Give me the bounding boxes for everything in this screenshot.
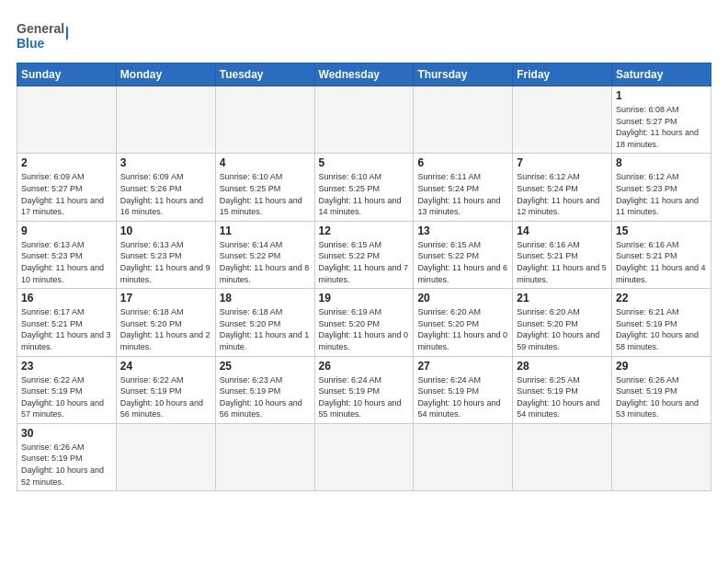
day-number: 4	[220, 156, 311, 169]
calendar-day-cell: 10Sunrise: 6:13 AM Sunset: 5:23 PM Dayli…	[116, 221, 215, 288]
calendar-table: SundayMondayTuesdayWednesdayThursdayFrid…	[17, 63, 711, 491]
calendar-day-cell: 3Sunrise: 6:09 AM Sunset: 5:26 PM Daylig…	[116, 154, 215, 221]
calendar-day-cell	[116, 86, 215, 154]
calendar-day-cell: 21Sunrise: 6:20 AM Sunset: 5:20 PM Dayli…	[513, 289, 612, 356]
day-number: 28	[517, 360, 608, 373]
day-number: 9	[21, 224, 112, 237]
calendar-day-cell: 5Sunrise: 6:10 AM Sunset: 5:25 PM Daylig…	[314, 154, 414, 221]
calendar-day-cell: 15Sunrise: 6:16 AM Sunset: 5:21 PM Dayli…	[612, 221, 711, 288]
day-info: Sunrise: 6:13 AM Sunset: 5:23 PM Dayligh…	[120, 239, 211, 285]
day-info: Sunrise: 6:25 AM Sunset: 5:19 PM Dayligh…	[517, 374, 608, 420]
day-info: Sunrise: 6:24 AM Sunset: 5:19 PM Dayligh…	[319, 374, 410, 420]
day-number: 15	[616, 224, 707, 237]
day-number: 27	[417, 360, 508, 373]
day-info: Sunrise: 6:18 AM Sunset: 5:20 PM Dayligh…	[220, 306, 311, 352]
day-info: Sunrise: 6:14 AM Sunset: 5:22 PM Dayligh…	[220, 239, 311, 285]
day-info: Sunrise: 6:12 AM Sunset: 5:24 PM Dayligh…	[517, 171, 608, 217]
weekday-header-row: SundayMondayTuesdayWednesdayThursdayFrid…	[17, 63, 711, 86]
day-info: Sunrise: 6:20 AM Sunset: 5:20 PM Dayligh…	[517, 306, 608, 352]
day-number: 24	[120, 360, 211, 373]
day-number: 18	[220, 292, 311, 304]
calendar-day-cell: 23Sunrise: 6:22 AM Sunset: 5:19 PM Dayli…	[17, 356, 117, 423]
day-info: Sunrise: 6:22 AM Sunset: 5:19 PM Dayligh…	[120, 374, 211, 420]
weekday-header-wednesday: Wednesday	[314, 63, 414, 86]
calendar-day-cell: 28Sunrise: 6:25 AM Sunset: 5:19 PM Dayli…	[513, 356, 612, 423]
day-number: 21	[517, 292, 608, 304]
day-info: Sunrise: 6:09 AM Sunset: 5:26 PM Dayligh…	[120, 171, 211, 217]
day-number: 25	[220, 360, 311, 373]
day-number: 6	[417, 156, 508, 169]
day-info: Sunrise: 6:21 AM Sunset: 5:19 PM Dayligh…	[616, 306, 707, 352]
calendar-day-cell: 13Sunrise: 6:15 AM Sunset: 5:22 PM Dayli…	[414, 221, 513, 288]
weekday-header-monday: Monday	[116, 63, 215, 86]
day-info: Sunrise: 6:18 AM Sunset: 5:20 PM Dayligh…	[120, 306, 211, 352]
calendar-day-cell: 19Sunrise: 6:19 AM Sunset: 5:20 PM Dayli…	[314, 289, 414, 356]
day-number: 7	[517, 156, 608, 169]
day-info: Sunrise: 6:16 AM Sunset: 5:21 PM Dayligh…	[616, 239, 707, 285]
day-number: 22	[616, 292, 707, 304]
weekday-header-saturday: Saturday	[612, 63, 711, 86]
calendar-day-cell: 4Sunrise: 6:10 AM Sunset: 5:25 PM Daylig…	[215, 154, 314, 221]
calendar-day-cell: 8Sunrise: 6:12 AM Sunset: 5:23 PM Daylig…	[612, 154, 711, 221]
day-number: 29	[616, 360, 707, 373]
svg-text:General: General	[17, 21, 64, 36]
day-number: 30	[21, 427, 112, 440]
calendar-day-cell	[314, 86, 414, 154]
calendar-day-cell: 18Sunrise: 6:18 AM Sunset: 5:20 PM Dayli…	[215, 289, 314, 356]
day-info: Sunrise: 6:13 AM Sunset: 5:23 PM Dayligh…	[21, 239, 112, 285]
day-info: Sunrise: 6:24 AM Sunset: 5:19 PM Dayligh…	[417, 374, 508, 420]
calendar-day-cell: 9Sunrise: 6:13 AM Sunset: 5:23 PM Daylig…	[17, 221, 117, 288]
day-number: 23	[21, 360, 112, 373]
calendar-day-cell	[116, 423, 215, 490]
calendar-day-cell: 22Sunrise: 6:21 AM Sunset: 5:19 PM Dayli…	[612, 289, 711, 356]
calendar-day-cell: 25Sunrise: 6:23 AM Sunset: 5:19 PM Dayli…	[215, 356, 314, 423]
day-number: 17	[120, 292, 211, 304]
day-info: Sunrise: 6:15 AM Sunset: 5:22 PM Dayligh…	[319, 239, 410, 285]
day-info: Sunrise: 6:26 AM Sunset: 5:19 PM Dayligh…	[21, 442, 112, 488]
calendar-day-cell	[513, 423, 612, 490]
calendar-day-cell: 27Sunrise: 6:24 AM Sunset: 5:19 PM Dayli…	[414, 356, 513, 423]
weekday-header-sunday: Sunday	[17, 63, 117, 86]
calendar-day-cell: 30Sunrise: 6:26 AM Sunset: 5:19 PM Dayli…	[17, 423, 117, 490]
day-info: Sunrise: 6:22 AM Sunset: 5:19 PM Dayligh…	[21, 374, 112, 420]
calendar-day-cell	[612, 423, 711, 490]
day-info: Sunrise: 6:11 AM Sunset: 5:24 PM Dayligh…	[417, 171, 508, 217]
day-number: 2	[21, 156, 112, 169]
calendar-day-cell: 11Sunrise: 6:14 AM Sunset: 5:22 PM Dayli…	[215, 221, 314, 288]
calendar-week-row: 30Sunrise: 6:26 AM Sunset: 5:19 PM Dayli…	[17, 423, 711, 490]
calendar-week-row: 9Sunrise: 6:13 AM Sunset: 5:23 PM Daylig…	[17, 221, 711, 288]
day-number: 5	[319, 156, 410, 169]
day-number: 19	[319, 292, 410, 304]
calendar-week-row: 23Sunrise: 6:22 AM Sunset: 5:19 PM Dayli…	[17, 356, 711, 423]
calendar-day-cell	[17, 86, 117, 154]
weekday-header-friday: Friday	[513, 63, 612, 86]
calendar-day-cell: 24Sunrise: 6:22 AM Sunset: 5:19 PM Dayli…	[116, 356, 215, 423]
header: General Blue	[17, 15, 711, 55]
day-info: Sunrise: 6:15 AM Sunset: 5:22 PM Dayligh…	[417, 239, 508, 285]
day-number: 26	[319, 360, 410, 373]
day-info: Sunrise: 6:08 AM Sunset: 5:27 PM Dayligh…	[616, 104, 707, 150]
calendar-week-row: 1Sunrise: 6:08 AM Sunset: 5:27 PM Daylig…	[17, 86, 711, 154]
calendar-day-cell	[513, 86, 612, 154]
calendar-day-cell: 17Sunrise: 6:18 AM Sunset: 5:20 PM Dayli…	[116, 289, 215, 356]
day-number: 1	[616, 89, 707, 102]
day-info: Sunrise: 6:26 AM Sunset: 5:19 PM Dayligh…	[616, 374, 707, 420]
calendar-day-cell: 26Sunrise: 6:24 AM Sunset: 5:19 PM Dayli…	[314, 356, 414, 423]
day-info: Sunrise: 6:19 AM Sunset: 5:20 PM Dayligh…	[319, 306, 410, 352]
generalblue-logo-icon: General Blue	[17, 18, 68, 55]
day-info: Sunrise: 6:17 AM Sunset: 5:21 PM Dayligh…	[21, 306, 112, 352]
calendar-day-cell: 7Sunrise: 6:12 AM Sunset: 5:24 PM Daylig…	[513, 154, 612, 221]
calendar-day-cell	[215, 86, 314, 154]
day-info: Sunrise: 6:20 AM Sunset: 5:20 PM Dayligh…	[417, 306, 508, 352]
day-info: Sunrise: 6:23 AM Sunset: 5:19 PM Dayligh…	[220, 374, 311, 420]
calendar-week-row: 2Sunrise: 6:09 AM Sunset: 5:27 PM Daylig…	[17, 154, 711, 221]
calendar-day-cell: 20Sunrise: 6:20 AM Sunset: 5:20 PM Dayli…	[414, 289, 513, 356]
weekday-header-thursday: Thursday	[414, 63, 513, 86]
day-info: Sunrise: 6:16 AM Sunset: 5:21 PM Dayligh…	[517, 239, 608, 285]
calendar-day-cell: 6Sunrise: 6:11 AM Sunset: 5:24 PM Daylig…	[414, 154, 513, 221]
day-number: 11	[220, 224, 311, 237]
calendar-day-cell	[314, 423, 414, 490]
day-info: Sunrise: 6:12 AM Sunset: 5:23 PM Dayligh…	[616, 171, 707, 217]
day-number: 13	[417, 224, 508, 237]
day-info: Sunrise: 6:09 AM Sunset: 5:27 PM Dayligh…	[21, 171, 112, 217]
